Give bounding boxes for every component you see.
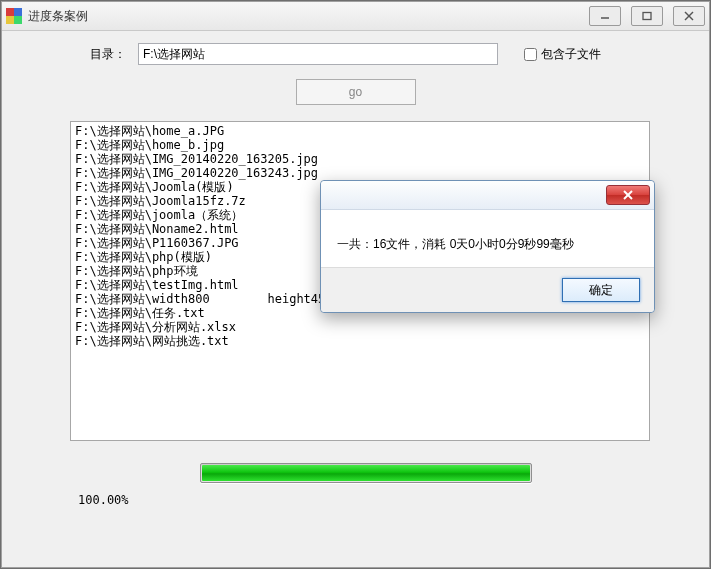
include-subfolders-checkbox[interactable]: 包含子文件 (520, 45, 601, 64)
directory-label: 目录： (90, 46, 126, 63)
include-subfolders-label: 包含子文件 (541, 46, 601, 63)
application-window: 进度条案例 目录： 包含子文件 go F:\选择网站\home_a.JPG (1, 1, 710, 568)
progress-percent-label: 100.00% (78, 493, 681, 507)
progress-fill (202, 465, 530, 481)
close-button[interactable] (673, 6, 705, 26)
app-icon (6, 8, 22, 24)
include-subfolders-box[interactable] (524, 48, 537, 61)
maximize-button[interactable] (631, 6, 663, 26)
dialog-titlebar[interactable] (321, 181, 654, 210)
svg-rect-1 (643, 13, 651, 20)
progress-bar (200, 463, 532, 483)
dialog-close-button[interactable] (606, 185, 650, 205)
message-dialog: 一共：16文件，消耗 0天0小时0分9秒99毫秒 确定 (320, 180, 655, 313)
go-button[interactable]: go (296, 79, 416, 105)
titlebar[interactable]: 进度条案例 (2, 2, 709, 31)
window-title: 进度条案例 (28, 8, 88, 25)
dialog-ok-button[interactable]: 确定 (562, 278, 640, 302)
directory-input[interactable] (138, 43, 498, 65)
dialog-message: 一共：16文件，消耗 0天0小时0分9秒99毫秒 (337, 237, 574, 251)
minimize-button[interactable] (589, 6, 621, 26)
